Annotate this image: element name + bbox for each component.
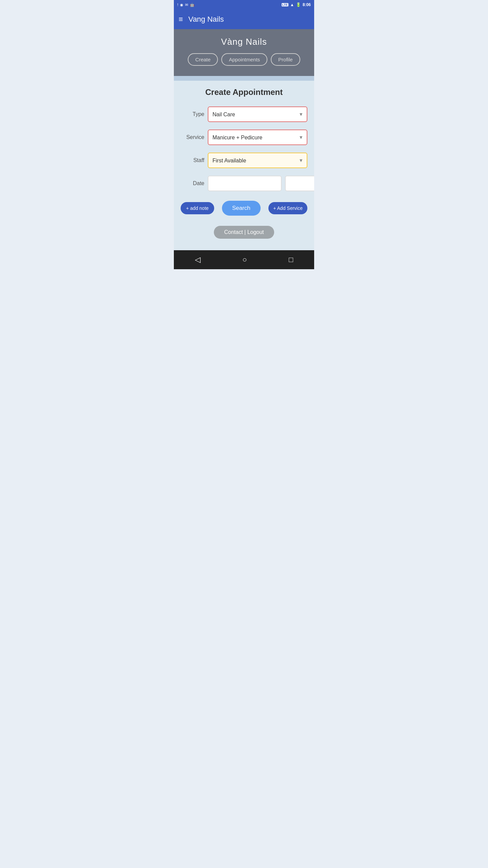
search-button[interactable]: Search — [222, 201, 261, 216]
staff-select[interactable]: First Available Staff 1 Staff 2 — [208, 153, 307, 168]
sim-icon: ◉ — [180, 3, 183, 7]
service-row: Service Manicure + Pedicure Manicure Ped… — [181, 130, 307, 145]
type-select[interactable]: Nail Care Hair Spa — [208, 106, 307, 122]
action-row: + add note Search + Add Service — [181, 201, 307, 216]
add-note-button[interactable]: + add note — [181, 202, 214, 214]
staff-row: Staff First Available Staff 1 Staff 2 ▼ — [181, 153, 307, 168]
staff-select-wrapper: First Available Staff 1 Staff 2 ▼ — [208, 153, 307, 168]
top-nav: ≡ Vang Nails — [174, 9, 314, 29]
appointments-button[interactable]: Appointments — [221, 53, 267, 66]
hamburger-icon[interactable]: ≡ — [179, 15, 183, 24]
status-bar-left: ! ◉ ✉ 🤖 — [177, 3, 195, 7]
android-icon: 🤖 — [190, 3, 195, 7]
lte-badge: LTE — [282, 3, 288, 6]
service-select-wrapper: Manicure + Pedicure Manicure Pedicure ▼ — [208, 130, 307, 145]
back-button[interactable]: ◁ — [195, 255, 201, 264]
add-service-button[interactable]: + Add Service — [268, 202, 307, 214]
bottom-nav: ◁ ○ □ — [174, 250, 314, 269]
app-title: Vang Nails — [188, 15, 224, 24]
date-input[interactable] — [208, 176, 282, 191]
recents-button[interactable]: □ — [289, 255, 293, 264]
main-content: Create Appointment Type Nail Care Hair S… — [174, 81, 314, 250]
staff-label: Staff — [181, 157, 204, 163]
signal-icon: ▲ — [290, 2, 294, 7]
date-label: Date — [181, 180, 204, 186]
service-label: Service — [181, 134, 204, 140]
date-row: Date — [181, 176, 307, 191]
status-bar: ! ◉ ✉ 🤖 LTE ▲ 🔋 8:06 — [174, 0, 314, 9]
header-section: Vàng Nails Create Appointments Profile — [174, 29, 314, 76]
nav-buttons: Create Appointments Profile — [188, 53, 300, 66]
type-select-wrapper: Nail Care Hair Spa ▼ — [208, 106, 307, 122]
status-bar-right: LTE ▲ 🔋 8:06 — [282, 2, 311, 7]
profile-button[interactable]: Profile — [271, 53, 300, 66]
footer-links: Contact | Logout — [181, 226, 307, 239]
section-divider — [174, 76, 314, 81]
home-button[interactable]: ○ — [242, 255, 247, 264]
type-label: Type — [181, 111, 204, 117]
message-icon: ✉ — [185, 3, 188, 7]
form-title: Create Appointment — [181, 87, 307, 97]
create-button[interactable]: Create — [188, 53, 218, 66]
business-name: Vàng Nails — [221, 37, 267, 47]
clock: 8:06 — [303, 2, 311, 7]
notification-icon: ! — [177, 3, 178, 7]
type-row: Type Nail Care Hair Spa ▼ — [181, 106, 307, 122]
battery-icon: 🔋 — [296, 2, 301, 7]
service-select[interactable]: Manicure + Pedicure Manicure Pedicure — [208, 130, 307, 145]
time-input[interactable] — [285, 176, 314, 191]
contact-logout-button[interactable]: Contact | Logout — [214, 226, 274, 239]
